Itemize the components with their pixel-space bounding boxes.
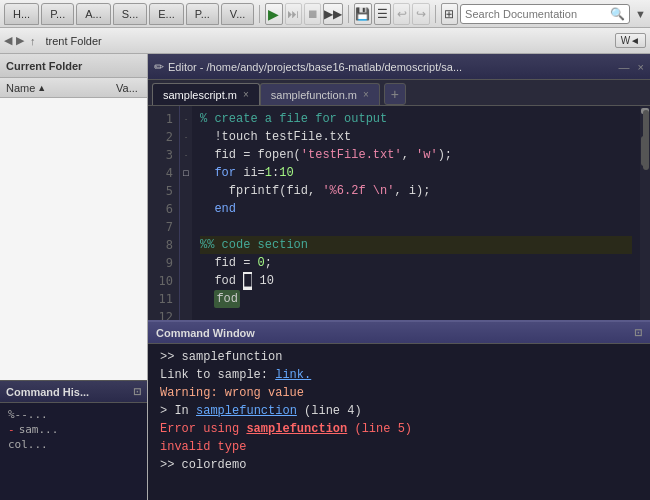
path-dropdown-btn[interactable]: W◄: [615, 33, 646, 48]
code-line-2: !touch testFile.txt: [200, 128, 632, 146]
current-folder-header: Current Folder: [0, 54, 147, 78]
toolbar-divider-3: [435, 5, 436, 23]
cmd-history-content: %--... - sam... col...: [0, 403, 147, 456]
tab-plots[interactable]: P...: [41, 3, 74, 25]
tab-samplescript[interactable]: samplescript.m ×: [152, 83, 260, 105]
cmd-link-sample[interactable]: link.: [275, 368, 311, 382]
cmd-history-text-2: col...: [8, 438, 48, 451]
more-button[interactable]: ▶▶: [323, 3, 343, 25]
current-folder-title: Current Folder: [6, 60, 82, 72]
editor-tabs: samplescript.m × samplefunction.m × +: [148, 80, 650, 106]
redo-button[interactable]: ↪: [412, 3, 429, 25]
left-panel: Current Folder Name ▲ Va... Command His.…: [0, 54, 148, 500]
save-button[interactable]: 💾: [354, 3, 371, 25]
code-line-10: fod █ 10: [200, 272, 632, 290]
expand-button[interactable]: ⊞: [441, 3, 458, 25]
cmd-history-text-0: %--...: [8, 408, 48, 421]
toolbar-divider-2: [348, 5, 349, 23]
cmd-history-expand[interactable]: ⊡: [133, 386, 141, 397]
tab-s[interactable]: S...: [113, 3, 148, 25]
command-window: Command Window ⊡ >> samplefunction Link …: [148, 320, 650, 500]
cmd-history-item-2: col...: [8, 437, 139, 452]
cmd-history-header: Command His... ⊡: [0, 381, 147, 403]
cmd-line-1: >> samplefunction: [160, 348, 638, 366]
tab-e[interactable]: E...: [149, 3, 184, 25]
cmd-link-samplefunction-4[interactable]: samplefunction: [196, 404, 297, 418]
editor-scrollbar[interactable]: [640, 106, 650, 320]
scrollbar-right-marker: [643, 110, 649, 170]
code-line-9: fid = 0;: [200, 254, 632, 272]
tab-s-label: S...: [122, 8, 139, 20]
cmd-history-panel: Command His... ⊡ %--... - sam... col...: [0, 380, 147, 500]
tab-p2-label: P...: [195, 8, 210, 20]
code-line-7: [200, 218, 632, 236]
main-toolbar: H... P... A... S... E... P... V... ▶ ⏭ ⏹…: [0, 0, 650, 28]
search-input[interactable]: [465, 8, 610, 20]
tab-samplefunction[interactable]: samplefunction.m ×: [260, 83, 380, 105]
code-line-8: %% code section: [200, 236, 632, 254]
code-line-12: [200, 308, 632, 320]
tab-apps-label: A...: [85, 8, 102, 20]
right-panel: ✏ Editor - /home/andy/projects/base16-ma…: [148, 54, 650, 500]
code-editor[interactable]: 1 2 3 4 5 6 7 8 9 10 11 12 - - - □: [148, 106, 650, 320]
editor-icon: ✏: [154, 60, 164, 74]
cmd-history-item-1: - sam...: [8, 422, 139, 437]
cmd-window-content[interactable]: >> samplefunction Link to sample: link. …: [148, 344, 650, 500]
menu-button[interactable]: ☰: [374, 3, 391, 25]
run-button[interactable]: ▶: [265, 3, 282, 25]
cursor: █: [243, 272, 252, 290]
line-numbers: 1 2 3 4 5 6 7 8 9 10 11 12: [148, 106, 180, 320]
cmd-window-title: Command Window: [156, 327, 255, 339]
code-line-1: % create a file for output: [200, 110, 632, 128]
cmd-error-link-5[interactable]: samplefunction: [246, 422, 347, 436]
code-line-4: for ii=1:10: [200, 164, 632, 182]
folder-files: [0, 98, 147, 380]
code-content[interactable]: % create a file for output !touch testFi…: [192, 106, 640, 320]
filter-button[interactable]: ▼: [635, 8, 646, 20]
cmd-line-4: > In samplefunction (line 4): [160, 402, 638, 420]
stop-button[interactable]: ⏹: [304, 3, 321, 25]
tab-v-label: V...: [230, 8, 246, 20]
tab-samplescript-label: samplescript.m: [163, 89, 237, 101]
code-line-3: fid = fopen('testFile.txt', 'w');: [200, 146, 632, 164]
search-icon[interactable]: 🔍: [610, 7, 625, 21]
editor-header: ✏ Editor - /home/andy/projects/base16-ma…: [148, 54, 650, 80]
editor-title: Editor - /home/andy/projects/base16-matl…: [168, 61, 611, 73]
tab-samplescript-close[interactable]: ×: [243, 89, 249, 100]
tab-v[interactable]: V...: [221, 3, 255, 25]
cmd-history-text-1: sam...: [19, 423, 59, 436]
editor-minimize[interactable]: —: [619, 61, 630, 73]
code-line-5: fprintf(fid, '%6.2f \n', i);: [200, 182, 632, 200]
tab-samplefunction-close[interactable]: ×: [363, 89, 369, 100]
toolbar-divider-1: [259, 5, 260, 23]
undo-button[interactable]: ↩: [393, 3, 410, 25]
cmd-line-3: Warning: wrong value: [160, 384, 638, 402]
value-column-header: Va...: [107, 82, 147, 94]
current-folder-label: trent Folder: [46, 35, 613, 47]
cmd-window-header: Command Window ⊡: [148, 322, 650, 344]
cmd-line-7: >> colordemo: [160, 456, 638, 474]
search-box: 🔍: [460, 4, 630, 24]
main-area: Current Folder Name ▲ Va... Command His.…: [0, 54, 650, 500]
cmd-window-expand[interactable]: ⊡: [634, 327, 642, 338]
cmd-line-6: invalid type: [160, 438, 638, 456]
new-tab-button[interactable]: +: [384, 83, 406, 105]
code-line-11: fod: [200, 290, 632, 308]
cmd-history-title: Command His...: [6, 386, 89, 398]
step-button[interactable]: ⏭: [285, 3, 302, 25]
tab-samplefunction-label: samplefunction.m: [271, 89, 357, 101]
tab-e-label: E...: [158, 8, 175, 20]
folder-table-header: Name ▲ Va...: [0, 78, 147, 98]
tab-home[interactable]: H...: [4, 3, 39, 25]
cmd-line-2: Link to sample: link.: [160, 366, 638, 384]
tab-plots-label: P...: [50, 8, 65, 20]
sort-icon: ▲: [37, 83, 46, 93]
code-line-6: end: [200, 200, 632, 218]
code-markers: - - - □: [180, 106, 192, 320]
cmd-line-5: Error using samplefunction (line 5): [160, 420, 638, 438]
tab-p2[interactable]: P...: [186, 3, 219, 25]
tab-home-label: H...: [13, 8, 30, 20]
cmd-history-dash-1: -: [8, 423, 15, 436]
tab-apps[interactable]: A...: [76, 3, 111, 25]
editor-close[interactable]: ×: [638, 61, 644, 73]
